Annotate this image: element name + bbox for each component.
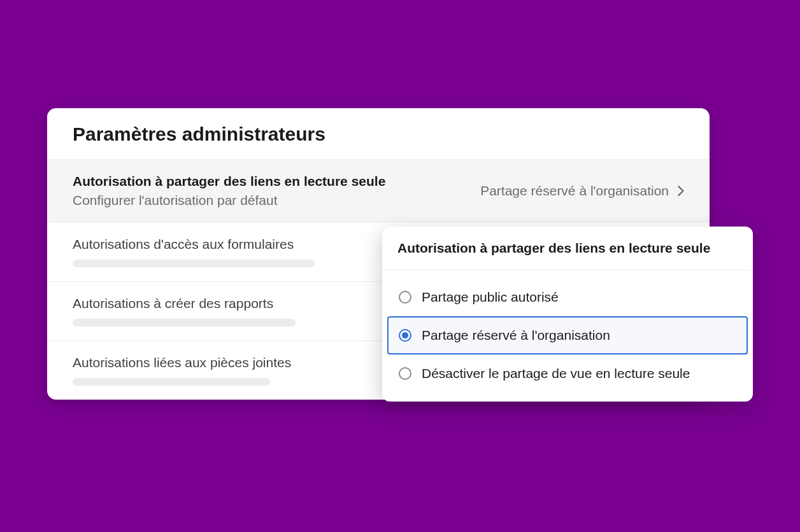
share-permission-popover: Autorisation à partager des liens en lec… <box>382 227 753 402</box>
panel-title: Paramètres administrateurs <box>73 123 684 145</box>
settings-row-readonly-share[interactable]: Autorisation à partager des liens en lec… <box>47 160 710 223</box>
option-disable-readonly-share[interactable]: Désactiver le partage de vue en lecture … <box>387 354 748 393</box>
radio-icon <box>399 329 411 342</box>
placeholder-bar <box>73 319 296 326</box>
option-label: Partage réservé à l'organisation <box>422 328 610 343</box>
option-public-share[interactable]: Partage public autorisé <box>387 278 748 316</box>
popover-body: Partage public autorisé Partage réservé … <box>382 270 753 402</box>
placeholder-bar <box>73 260 315 267</box>
row-subtitle: Configurer l'autorisation par défaut <box>73 193 480 208</box>
panel-header: Paramètres administrateurs <box>47 108 710 160</box>
popover-title: Autorisation à partager des liens en lec… <box>382 227 753 270</box>
option-label: Partage public autorisé <box>422 290 559 305</box>
option-org-only-share[interactable]: Partage réservé à l'organisation <box>387 316 748 354</box>
radio-icon <box>399 367 411 380</box>
option-label: Désactiver le partage de vue en lecture … <box>422 366 690 381</box>
radio-icon <box>399 291 411 304</box>
row-title: Autorisation à partager des liens en lec… <box>73 174 480 189</box>
row-left: Autorisation à partager des liens en lec… <box>73 174 480 208</box>
placeholder-bar <box>73 378 270 386</box>
chevron-right-icon <box>678 186 684 196</box>
row-value: Partage réservé à l'organisation <box>480 183 684 199</box>
row-value-text: Partage réservé à l'organisation <box>480 183 669 199</box>
